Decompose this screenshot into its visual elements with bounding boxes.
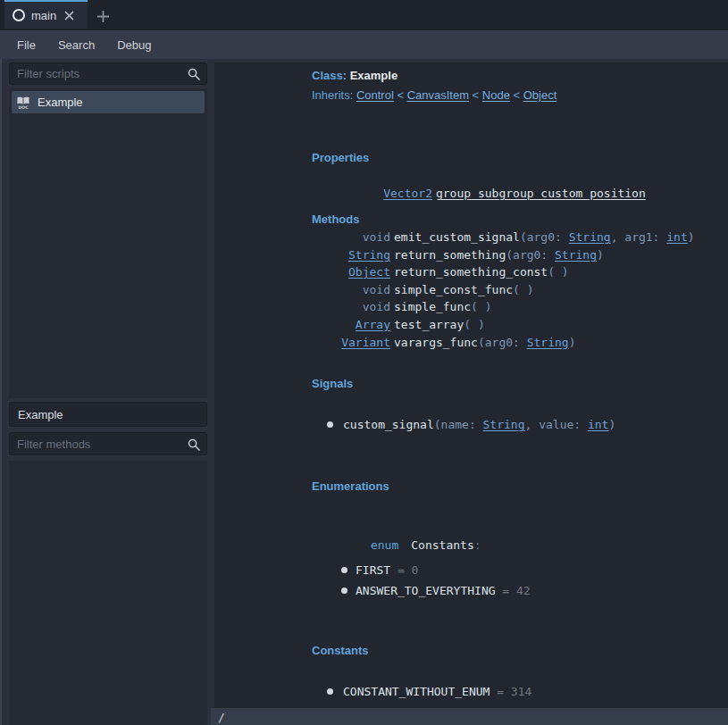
constant-row: CONSTANT_WITHOUT_ENUM = 314 xyxy=(214,683,728,701)
class-link[interactable]: Control xyxy=(356,88,394,102)
paren-open: ( xyxy=(513,283,520,296)
filter-scripts-input[interactable] xyxy=(10,63,206,84)
current-script-label: Example xyxy=(18,408,63,421)
documentation-view[interactable]: Class: Example Inherits: Control < Canva… xyxy=(214,62,728,708)
class-label: Class: xyxy=(312,69,347,82)
script-tab-bar: main xyxy=(0,0,728,30)
inherits-separator: < xyxy=(510,88,523,102)
enum-value-name: ANSWER_TO_EVERYTHING xyxy=(356,584,496,597)
arg-name: name: xyxy=(441,418,483,431)
methods-list: voidemit_custom_signal(arg0: String, arg… xyxy=(214,229,728,351)
paren-open: ( xyxy=(506,248,513,262)
method-name: simple_const_func xyxy=(394,283,513,296)
documentation-icon: DOC xyxy=(16,96,30,110)
tab-close-icon[interactable] xyxy=(64,11,74,21)
method-row: Stringreturn_something(arg0: String) xyxy=(214,246,728,264)
bullet-icon xyxy=(327,688,333,695)
signal-name: custom_signal xyxy=(343,418,434,431)
enum-name: Constants xyxy=(411,538,473,552)
inherits-separator: < xyxy=(394,88,407,102)
signals-heading: Signals xyxy=(312,375,728,393)
tab-label: main xyxy=(31,9,56,22)
paren-close: ) xyxy=(555,265,569,279)
method-return-type[interactable]: Array xyxy=(214,316,390,334)
paren-close: ) xyxy=(608,418,615,431)
type-link[interactable]: int xyxy=(588,418,608,431)
bullet-icon xyxy=(327,421,333,428)
tab-main[interactable]: main xyxy=(4,0,88,29)
menu-debug[interactable]: Debug xyxy=(114,37,154,54)
method-name: varargs_func xyxy=(394,336,478,349)
method-row: Objectreturn_something_const( ) xyxy=(214,263,728,281)
inherits-line: Inherits: Control < CanvasItem < Node < … xyxy=(312,87,728,104)
paren-close: ) xyxy=(569,336,576,349)
script-item-label: Example xyxy=(38,96,83,109)
menu-file[interactable]: File xyxy=(14,37,38,54)
method-return-type[interactable]: Variant xyxy=(214,334,390,352)
menu-search[interactable]: Search xyxy=(55,37,97,54)
method-return-type[interactable]: Object xyxy=(214,263,390,281)
enum-colon: : xyxy=(474,538,481,552)
godot-script-editor: main File Search Debug DOC Example xyxy=(0,0,728,725)
method-return-type[interactable]: String xyxy=(214,246,390,264)
method-row: Variantvarargs_func(arg0: String) xyxy=(214,334,728,352)
enum-value-row: ANSWER_TO_EVERYTHING = 42 xyxy=(214,580,728,601)
type-link[interactable]: int xyxy=(666,230,687,244)
arg-name: arg0: xyxy=(485,336,527,349)
method-name: return_something_const xyxy=(394,265,548,279)
filter-methods-input[interactable] xyxy=(10,433,206,454)
current-script-panel: Example xyxy=(9,402,207,427)
members-list[interactable] xyxy=(9,461,207,725)
enum-keyword: enum xyxy=(371,538,398,552)
method-return-type: void xyxy=(214,281,390,299)
properties-heading: Properties xyxy=(312,149,728,167)
script-class-icon xyxy=(13,9,25,21)
type-link[interactable]: String xyxy=(483,418,525,431)
property-name-link[interactable]: group_subgroup_custom_position xyxy=(436,187,646,200)
svg-text:DOC: DOC xyxy=(18,105,29,110)
arg-name: , value: xyxy=(525,418,588,431)
method-row: voidsimple_const_func( ) xyxy=(214,281,728,299)
type-link[interactable]: String xyxy=(527,336,569,349)
paren-open: ( xyxy=(548,265,555,279)
type-link[interactable]: String xyxy=(555,248,597,262)
signal-row: custom_signal(name: String, value: int) xyxy=(214,416,728,434)
menu-bar: File Search Debug xyxy=(0,30,728,59)
class-line: Class: Example xyxy=(312,67,728,85)
method-name: simple_func xyxy=(394,300,471,313)
inherits-label: Inherits: xyxy=(312,88,353,102)
method-name: return_something xyxy=(394,248,506,262)
enum-value: = 0 xyxy=(390,563,418,577)
signals-list: custom_signal(name: String, value: int) xyxy=(214,416,728,434)
paren-open: ( xyxy=(520,230,527,244)
enumerations-heading: Enumerations xyxy=(312,478,728,496)
method-name: emit_custom_signal xyxy=(394,230,520,244)
new-script-button[interactable] xyxy=(93,6,113,26)
arg-name: arg0: xyxy=(527,230,569,244)
class-link[interactable]: Node xyxy=(482,88,510,102)
paren-open: ( xyxy=(434,418,441,431)
paren-close: ) xyxy=(688,230,695,244)
inherits-chain: Control < CanvasItem < Node < Object xyxy=(356,88,556,102)
filter-scripts-box xyxy=(9,62,207,85)
paren-close: ) xyxy=(597,248,604,262)
method-name: test_array xyxy=(394,318,464,331)
method-row: voidemit_custom_signal(arg0: String, arg… xyxy=(214,229,728,246)
constant-name: CONSTANT_WITHOUT_ENUM xyxy=(343,685,490,698)
plus-icon xyxy=(96,10,110,23)
methods-heading: Methods xyxy=(312,211,728,229)
constant-value: = 314 xyxy=(490,685,531,698)
paren-close: ) xyxy=(520,283,534,296)
paren-open: ( xyxy=(464,318,471,331)
window-edge xyxy=(0,59,2,725)
inherits-separator: < xyxy=(469,88,482,102)
class-link[interactable]: CanvasItem xyxy=(407,88,469,102)
constants-heading: Constants xyxy=(312,642,728,660)
scripts-list: DOC Example xyxy=(9,88,207,398)
class-link[interactable]: Object xyxy=(523,88,557,102)
property-type-link[interactable]: Vector2 xyxy=(256,185,432,203)
type-link[interactable]: String xyxy=(569,230,611,244)
method-return-type: void xyxy=(214,229,390,246)
class-name: Example xyxy=(350,69,397,82)
script-item-example[interactable]: DOC Example xyxy=(12,91,205,113)
